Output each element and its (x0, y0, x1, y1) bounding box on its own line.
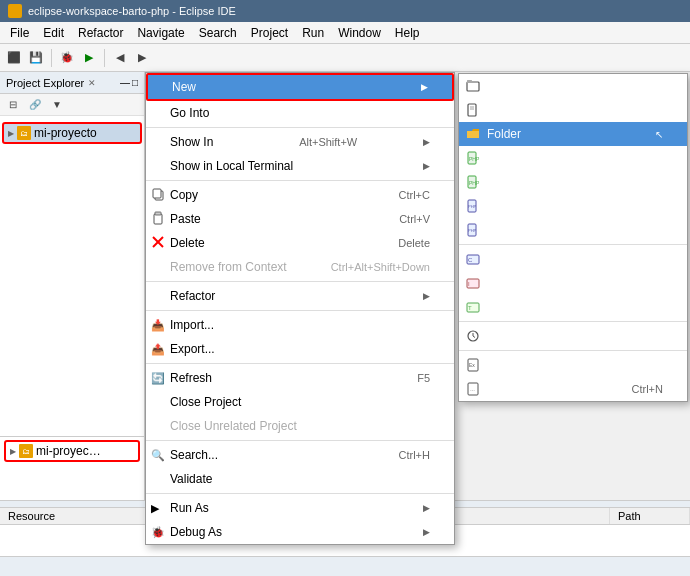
run-button[interactable]: ▶ (79, 48, 99, 68)
save-button[interactable]: 💾 (26, 48, 46, 68)
collapse-all-button[interactable]: ⊟ (3, 95, 23, 115)
ctx-refresh-shortcut: F5 (417, 372, 430, 384)
ctx-show-in-label: Show In (170, 135, 213, 149)
ctx-debug-icon: 🐞 (151, 526, 165, 539)
sub-other[interactable]: … Other... Ctrl+N (459, 377, 687, 401)
ctx-sep-2 (146, 180, 454, 181)
sub-phpunit-case[interactable]: PHP PHPUnit Test Case (459, 194, 687, 218)
ctx-copy-label: Copy (170, 188, 198, 202)
bottom-project-icon: 🗂 (19, 444, 33, 458)
ctx-show-in-shortcut: Alt+Shift+W (299, 136, 357, 148)
panel-menu-button[interactable]: ▼ (47, 95, 67, 115)
sub-folder[interactable]: Folder ↖ (459, 122, 687, 146)
ctx-search-icon: 🔍 (151, 449, 165, 462)
ctx-refactor[interactable]: Refactor (146, 284, 454, 308)
svg-rect-1 (467, 80, 472, 83)
ctx-run-as[interactable]: ▶ Run As (146, 496, 454, 520)
ctx-new[interactable]: New Project... File (146, 73, 454, 101)
sub-project[interactable]: Project... (459, 74, 687, 98)
debug-button[interactable]: 🐞 (57, 48, 77, 68)
menu-window[interactable]: Window (332, 24, 387, 42)
ctx-show-local[interactable]: Show in Local Terminal (146, 154, 454, 178)
sub-untitled-php[interactable]: PHP Untitled PHP File (459, 170, 687, 194)
menu-help[interactable]: Help (389, 24, 426, 42)
ctx-delete[interactable]: Delete Delete (146, 231, 454, 255)
menu-edit[interactable]: Edit (37, 24, 70, 42)
ctx-paste[interactable]: Paste Ctrl+V (146, 207, 454, 231)
menu-project[interactable]: Project (245, 24, 294, 42)
sync-icon-sub (465, 328, 481, 344)
tree-item-mi-proyecto[interactable]: ▶ 🗂 mi-proyecto (2, 122, 142, 144)
sub-phpunit-suite[interactable]: PHP PHPUnit Test Suite (459, 218, 687, 242)
menu-file[interactable]: File (4, 24, 35, 42)
menu-navigate[interactable]: Navigate (131, 24, 190, 42)
ctx-validate[interactable]: Validate (146, 467, 454, 491)
back-button[interactable]: ◀ (110, 48, 130, 68)
new-button[interactable]: ⬛ (4, 48, 24, 68)
ctx-copy[interactable]: Copy Ctrl+C (146, 183, 454, 207)
toolbar-sep-2 (104, 49, 105, 67)
cursor-indicator: ↖ (655, 129, 663, 140)
class-icon-sub: C (465, 251, 481, 267)
ctx-sep-6 (146, 440, 454, 441)
ctx-import-label: Import... (170, 318, 214, 332)
col-path: Path (610, 508, 690, 524)
menu-refactor[interactable]: Refactor (72, 24, 129, 42)
ctx-show-in[interactable]: Show In Alt+Shift+W (146, 130, 454, 154)
ctx-paste-shortcut: Ctrl+V (399, 213, 430, 225)
ctx-import-icon: 📥 (151, 319, 165, 332)
menu-search[interactable]: Search (193, 24, 243, 42)
sub-php-file[interactable]: PHP PHP File (459, 146, 687, 170)
forward-button[interactable]: ▶ (132, 48, 152, 68)
bottom-project-item[interactable]: ▶ 🗂 mi-proyec… (4, 440, 140, 462)
sub-interface[interactable]: I Interface (459, 271, 687, 295)
ctx-remove-label: Remove from Context (170, 260, 287, 274)
ctx-refresh[interactable]: 🔄 Refresh F5 (146, 366, 454, 390)
sub-example[interactable]: Ex Example... (459, 353, 687, 377)
ctx-close-unrelated[interactable]: Close Unrelated Project (146, 414, 454, 438)
sub-sep-2 (459, 321, 687, 322)
php-icon-sub: PHP (465, 150, 481, 166)
sub-trait-label: Trait (487, 300, 511, 314)
example-icon-sub: Ex (465, 357, 481, 373)
trait-icon-sub: T (465, 299, 481, 315)
ctx-sep-7 (146, 493, 454, 494)
sub-phpfile-label: PHP File (487, 151, 534, 165)
ctx-debug-as[interactable]: 🐞 Debug As (146, 520, 454, 544)
toolbar: ⬛ 💾 🐞 ▶ ◀ ▶ (0, 44, 690, 72)
sub-sync-project[interactable]: Synchronized Project (459, 324, 687, 348)
sub-class-label: Class (487, 252, 517, 266)
other-icon-sub: … (465, 381, 481, 397)
sub-project-label: Project... (487, 79, 534, 93)
bottom-project-label: mi-proyec… (36, 444, 101, 458)
ctx-sep-4 (146, 310, 454, 311)
sub-class[interactable]: C Class (459, 247, 687, 271)
ctx-search[interactable]: 🔍 Search... Ctrl+H (146, 443, 454, 467)
ctx-import[interactable]: 📥 Import... (146, 313, 454, 337)
sub-file[interactable]: File (459, 98, 687, 122)
minimize-button[interactable]: — (120, 77, 130, 88)
untitled-php-icon: PHP (465, 174, 481, 190)
panel-title-text: Project Explorer (6, 77, 84, 89)
ctx-paste-label: Paste (170, 212, 201, 226)
panel-close-x[interactable]: ✕ (88, 78, 96, 88)
ctx-go-into[interactable]: Go Into (146, 101, 454, 125)
main-content-area: New Project... File (145, 72, 690, 520)
svg-rect-27 (155, 212, 161, 215)
sub-trait[interactable]: T Trait (459, 295, 687, 319)
sub-interface-label: Interface (487, 276, 534, 290)
maximize-button[interactable]: □ (132, 77, 138, 88)
context-menu: New Project... File (145, 72, 455, 545)
project-icon-sub (465, 78, 481, 94)
ctx-close-project[interactable]: Close Project (146, 390, 454, 414)
sub-untitled-php-label: Untitled PHP File (487, 175, 578, 189)
project-explorer-panel: Project Explorer ✕ — □ ⊟ 🔗 ▼ ▶ 🗂 mi-proy… (0, 72, 145, 520)
ctx-show-local-label: Show in Local Terminal (170, 159, 293, 173)
ctx-export[interactable]: 📤 Export... (146, 337, 454, 361)
ctx-sep-3 (146, 281, 454, 282)
ctx-remove-shortcut: Ctrl+Alt+Shift+Down (331, 261, 430, 273)
menu-run[interactable]: Run (296, 24, 330, 42)
link-editor-button[interactable]: 🔗 (25, 95, 45, 115)
ctx-remove-context[interactable]: Remove from Context Ctrl+Alt+Shift+Down (146, 255, 454, 279)
svg-rect-0 (467, 82, 479, 91)
